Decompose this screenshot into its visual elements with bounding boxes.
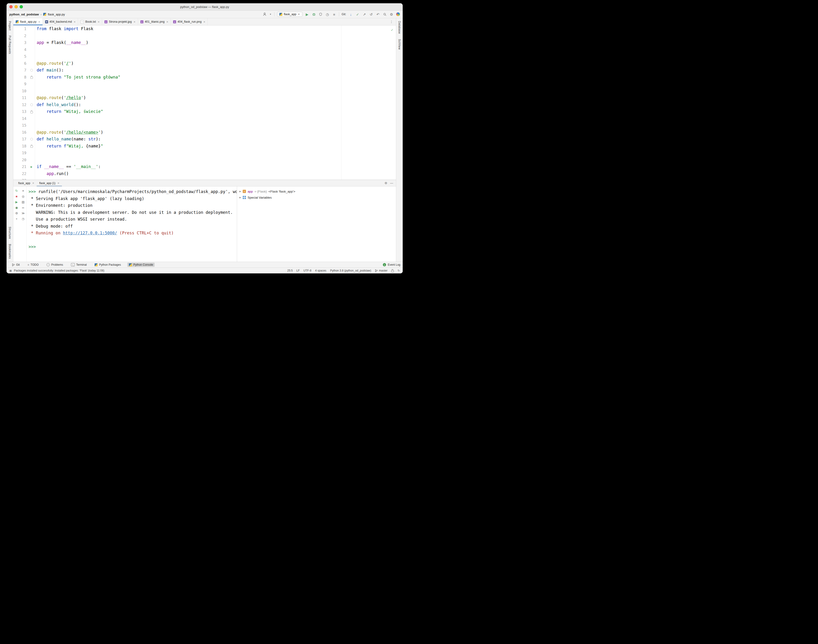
- code-text[interactable]: [35, 32, 39, 40]
- breadcrumb-file[interactable]: flask_app.py: [48, 12, 65, 16]
- editor-tab-strona-projekt-jpg[interactable]: ▲Strona projekt.jpg×: [102, 18, 138, 25]
- close-tab-icon[interactable]: ×: [166, 20, 168, 24]
- tool-windows-icon[interactable]: ▦: [9, 270, 12, 272]
- python-interpreter[interactable]: Python 3.8 (python_od_podstaw): [330, 269, 371, 272]
- run-with-coverage-button[interactable]: [319, 12, 323, 16]
- toolwindow-python-packages[interactable]: Python Packages: [93, 263, 123, 267]
- stripe-button-project[interactable]: Project: [8, 21, 11, 31]
- pin-tab-icon[interactable]: ◎: [21, 194, 26, 199]
- code-text[interactable]: if __name__ == '__main__':: [35, 163, 101, 170]
- console-settings-icon[interactable]: ⚙: [14, 211, 19, 215]
- fold-marker-icon[interactable]: [31, 104, 33, 106]
- toolwindow-event-log[interactable]: 1 Event Log: [383, 263, 400, 267]
- close-window-button[interactable]: [9, 5, 12, 8]
- run-configuration-select[interactable]: flask_app ▾: [277, 12, 302, 17]
- stripe-button-database[interactable]: Database: [398, 21, 401, 34]
- tab-options-icon[interactable]: ⋮: [387, 20, 396, 24]
- line-separator[interactable]: LF: [296, 269, 300, 272]
- hide-panel-icon[interactable]: —: [390, 181, 393, 185]
- close-tab-icon[interactable]: ×: [133, 20, 135, 24]
- debug-button[interactable]: [312, 12, 316, 16]
- code-text[interactable]: [35, 122, 39, 129]
- code-text[interactable]: [35, 53, 39, 60]
- fold-marker-icon[interactable]: [31, 138, 33, 140]
- editor-tab-404-flask-run-png[interactable]: ▲404_flask_run.png×: [171, 18, 208, 25]
- code-text[interactable]: [35, 156, 39, 164]
- new-console-icon[interactable]: +: [14, 216, 19, 221]
- run-button[interactable]: ▶: [305, 12, 309, 16]
- breadcrumb-project[interactable]: python_od_podstaw: [9, 12, 39, 16]
- code-text[interactable]: return "To jest strona główna": [35, 74, 120, 81]
- editor-tab-401-titanic-png[interactable]: ▲401_titanic.png×: [138, 18, 171, 25]
- fold-marker-icon[interactable]: [31, 69, 33, 72]
- toolwindow-git[interactable]: Git: [10, 263, 21, 267]
- console-output[interactable]: >>> runfile('/Users/marcinmoskala/Pychar…: [27, 187, 237, 262]
- profiler-button[interactable]: ◷: [325, 12, 329, 16]
- indent-style[interactable]: 4 spaces: [315, 269, 326, 272]
- code-text[interactable]: [35, 87, 39, 95]
- variable-row[interactable]: ▶Special Variables: [239, 195, 394, 201]
- profile-icon[interactable]: [396, 12, 400, 16]
- toolwindow-problems[interactable]: ! Problems: [45, 263, 65, 267]
- stop-button[interactable]: ■: [332, 12, 336, 16]
- close-tab-icon[interactable]: ×: [74, 20, 76, 24]
- run-line-icon[interactable]: ▶: [31, 165, 32, 168]
- close-tab-icon[interactable]: ×: [98, 20, 100, 24]
- rollback-icon[interactable]: ↶: [376, 12, 380, 16]
- stripe-button-structure[interactable]: Structure: [8, 227, 11, 239]
- code-text[interactable]: app = Flask(__name__): [35, 39, 88, 46]
- caret-position[interactable]: 25:5: [287, 269, 293, 272]
- stripe-button-sciview[interactable]: SciView: [398, 39, 401, 49]
- rerun-console-icon[interactable]: ↻: [14, 189, 19, 193]
- code-text[interactable]: def hello_world():: [35, 101, 81, 109]
- inspections-ok-icon[interactable]: ✓: [391, 27, 393, 34]
- file-encoding[interactable]: UTF-8: [303, 269, 311, 272]
- code-editor[interactable]: ✓ 1from flask import Flask2 3app = Flask…: [13, 26, 396, 180]
- minimize-window-button[interactable]: [14, 5, 18, 8]
- editor-tab-flask-app-py[interactable]: flask_app.py×: [13, 18, 43, 25]
- close-tab-icon[interactable]: ×: [57, 181, 59, 185]
- console-gear-icon[interactable]: ⚙: [384, 181, 387, 185]
- git-branch-widget[interactable]: master: [375, 269, 388, 272]
- stripe-button-pull-requests[interactable]: Pull Requests: [8, 35, 11, 54]
- code-text[interactable]: [35, 115, 39, 122]
- code-text[interactable]: [35, 150, 39, 156]
- commit-icon[interactable]: ✓: [355, 12, 360, 16]
- notifications-icon[interactable]: ↻: [398, 269, 400, 272]
- attach-debugger-icon[interactable]: ◉: [14, 205, 19, 210]
- code-text[interactable]: [35, 46, 39, 53]
- toolwindow-python-console[interactable]: Python Console: [127, 263, 155, 267]
- zoom-window-button[interactable]: [20, 5, 23, 8]
- scroll-up-icon[interactable]: ≡: [21, 189, 26, 193]
- write-access-lock-icon[interactable]: [391, 269, 394, 272]
- chevron-down-icon[interactable]: ▾: [269, 13, 272, 15]
- code-text[interactable]: return f"Witaj, {name}": [35, 143, 103, 150]
- soft-wrap-icon[interactable]: ∞: [21, 205, 26, 210]
- console-tab-flask-app-1-[interactable]: flask_app (1)×: [37, 180, 62, 186]
- code-text[interactable]: def main():: [35, 67, 64, 74]
- history-icon[interactable]: ↺: [369, 12, 373, 16]
- execute-statement-icon[interactable]: ▶: [14, 199, 19, 204]
- console-link[interactable]: http://127.0.0.1:5000/: [63, 231, 117, 235]
- expand-chevron-icon[interactable]: ▶: [239, 196, 241, 199]
- variable-row[interactable]: ▶vapp = {Flask} <Flask 'flask_app'>: [239, 189, 394, 195]
- settings-gear-icon[interactable]: ⚙: [389, 12, 394, 16]
- code-with-me-icon[interactable]: [262, 12, 267, 16]
- console-tab-flask-app[interactable]: flask_app×: [16, 180, 37, 186]
- editor-tab-404-backend-md[interactable]: M404_backend.md×: [43, 18, 78, 25]
- toolwindow-terminal[interactable]: >_ Terminal: [69, 263, 88, 267]
- editor-tab-book-txt[interactable]: ≡Book.txt×: [78, 18, 102, 25]
- update-project-icon[interactable]: ↓: [349, 12, 353, 16]
- close-tab-icon[interactable]: ×: [38, 20, 40, 24]
- browse-history-icon[interactable]: ◷: [21, 216, 26, 221]
- toolwindow-todo[interactable]: ≡ TODO: [26, 263, 40, 267]
- close-tab-icon[interactable]: ×: [32, 181, 34, 185]
- code-text[interactable]: @app.route('/hello/<name>'): [35, 129, 103, 136]
- code-text[interactable]: def hello_name(name: str):: [35, 136, 101, 143]
- code-text[interactable]: @app.route('/'): [35, 60, 74, 67]
- code-text[interactable]: app.run(): [35, 170, 69, 177]
- code-text[interactable]: [35, 81, 39, 87]
- code-text[interactable]: return "Witaj, świecie": [35, 108, 103, 115]
- code-text[interactable]: @app.route('/hello'): [35, 94, 86, 101]
- code-text[interactable]: from flask import Flask: [35, 26, 93, 32]
